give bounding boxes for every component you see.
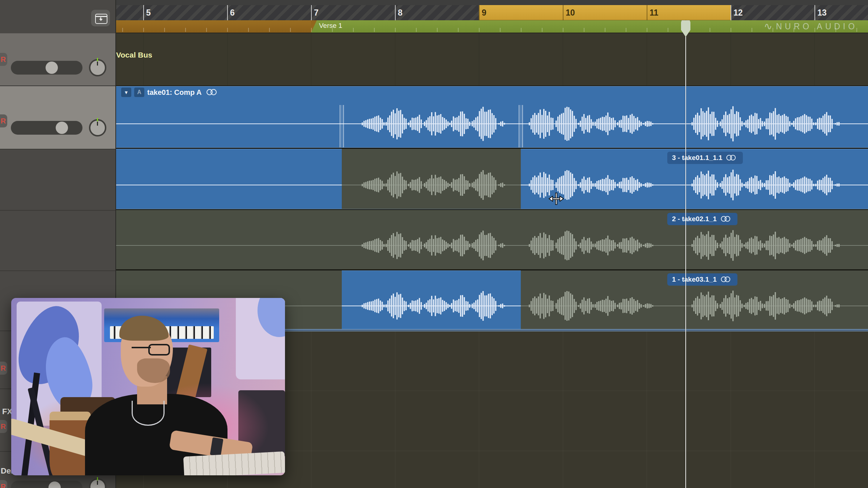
pan-knob[interactable] (89, 478, 106, 488)
webcam-overlay (11, 298, 285, 475)
webcam-person-glasses (148, 344, 170, 356)
fx-track-label: FX (2, 407, 12, 416)
import-button[interactable] (91, 10, 110, 26)
bar-gridline (227, 33, 227, 85)
beat-tick (731, 28, 731, 32)
beat-tick (479, 28, 480, 32)
take-lane[interactable]: 3 - take01.1_1.1 (116, 149, 868, 209)
pan-knob[interactable] (89, 119, 106, 136)
record-enable-button[interactable]: R (0, 114, 7, 127)
beat-tick (206, 28, 207, 32)
bar-number: 13 (817, 8, 827, 18)
take-name-badge[interactable]: 1 - take03.1_1 (667, 273, 737, 286)
take-lane[interactable]: 2 - take02.1_1 (116, 210, 868, 269)
bar-line (731, 5, 731, 20)
volume-slider[interactable] (11, 121, 82, 135)
bar-gridline (479, 332, 479, 488)
bar-line (479, 5, 480, 20)
volume-slider-thumb[interactable] (48, 481, 61, 488)
bar-gridline (731, 33, 731, 85)
record-enable-button[interactable]: R (0, 480, 7, 488)
take-name-badge[interactable]: 3 - take01.1_1.1 (667, 152, 743, 164)
track-row-vocal-bus[interactable]: Vocal Bus (116, 33, 868, 85)
cycle-region[interactable] (479, 5, 731, 20)
watermark: ∿ NURO AUDIO (764, 20, 858, 33)
bar-number: 7 (314, 8, 319, 18)
bus-region-label: Vocal Bus (116, 51, 152, 59)
volume-slider[interactable] (11, 481, 82, 488)
stereo-icon (727, 155, 738, 161)
track-header-vocal-bus[interactable]: R (0, 33, 116, 85)
window-down-arrow-icon (95, 14, 107, 24)
beat-tick (290, 28, 291, 32)
row-separator (116, 33, 868, 33)
beat-tick (311, 28, 312, 32)
watermark-text: NURO AUDIO (776, 22, 858, 31)
bar-gridline (814, 33, 815, 85)
beat-tick (395, 28, 396, 32)
bar-line (143, 5, 144, 20)
volume-slider-thumb[interactable] (46, 62, 58, 74)
take-name-badge[interactable]: 2 - take02.1_1 (667, 213, 737, 225)
section-marker-previous[interactable] (116, 20, 311, 33)
webcam-person-glasses-arm (132, 347, 151, 348)
bar-line (227, 5, 228, 20)
bar-gridline (647, 332, 647, 488)
beat-tick (143, 28, 144, 32)
volume-slider[interactable] (11, 61, 82, 75)
bar-gridline (395, 33, 395, 85)
bar-line (563, 5, 563, 20)
take-name-label: 1 - take03.1_1 (672, 275, 717, 283)
beat-tick (374, 28, 375, 32)
beat-tick (122, 28, 123, 32)
bar-gridline (563, 33, 563, 85)
bar-ruler[interactable]: 5678910111213 (116, 5, 868, 20)
bar-number: 8 (398, 8, 403, 18)
audio-waveform (116, 210, 868, 269)
bar-gridline (814, 332, 815, 488)
daw-arrange-window: 5678910111213 Verse 1 ∿ NURO AUDIO Vocal… (0, 0, 868, 488)
bar-number: 9 (482, 8, 486, 18)
beat-tick (458, 28, 459, 32)
record-enable-button[interactable]: R (0, 420, 7, 433)
track-header-comp-selected[interactable]: R (0, 86, 116, 149)
verse-marker-label: Verse 1 (319, 22, 342, 30)
move-cursor (548, 191, 564, 207)
bar-number: 12 (733, 8, 743, 18)
beat-tick (563, 28, 563, 32)
webcam-necklace (132, 401, 165, 426)
bar-gridline (563, 332, 563, 488)
audio-waveform (116, 149, 868, 209)
bar-number: 6 (230, 8, 235, 18)
beat-tick (752, 28, 752, 32)
waveform-logo-icon: ∿ (764, 21, 772, 32)
beat-tick (647, 28, 647, 32)
beat-tick (521, 28, 522, 32)
record-enable-button[interactable]: R (0, 53, 7, 66)
beat-tick (227, 28, 228, 32)
bar-gridline (479, 33, 479, 85)
beat-tick (185, 28, 186, 32)
bar-number: 10 (566, 8, 575, 18)
beat-tick (626, 28, 626, 32)
beat-tick (437, 28, 438, 32)
bar-line (395, 5, 396, 20)
volume-slider-thumb[interactable] (56, 122, 68, 134)
bar-gridline (731, 332, 731, 488)
beat-tick (416, 28, 417, 32)
marker-strip[interactable]: Verse 1 ∿ NURO AUDIO (116, 20, 868, 33)
sidebar-divider (0, 210, 116, 211)
bar-gridline (311, 332, 311, 488)
bar-gridline (647, 33, 647, 85)
playhead-line[interactable] (685, 20, 686, 488)
beat-tick (710, 28, 710, 32)
sidebar-divider (0, 149, 116, 150)
beat-tick (668, 28, 668, 32)
bar-gridline (311, 33, 311, 85)
beat-tick (605, 28, 605, 32)
pan-knob[interactable] (89, 59, 106, 76)
comp-track-region[interactable]: ▼ A take01: Comp A (116, 86, 868, 147)
beat-tick (164, 28, 165, 32)
record-enable-button[interactable]: R (0, 362, 7, 375)
stereo-icon (721, 276, 732, 283)
